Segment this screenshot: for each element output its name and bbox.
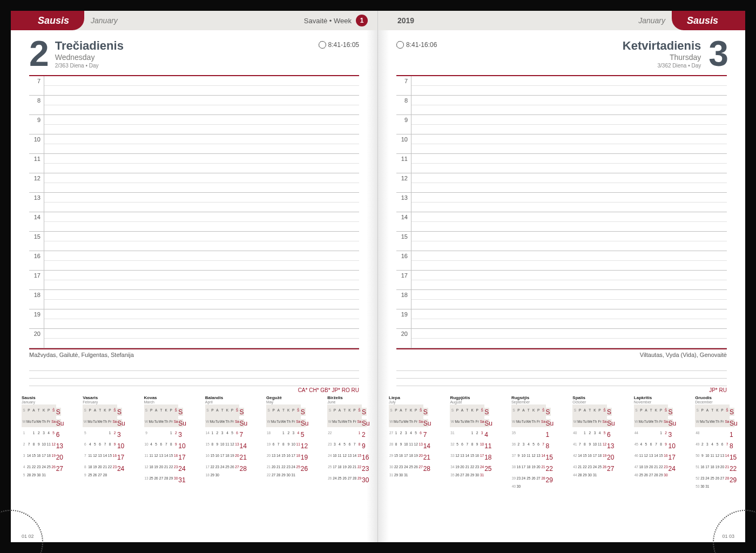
week-label: Savaitė • Week — [304, 17, 352, 25]
hour-label: 9 — [396, 115, 411, 134]
hour-label: 15 — [396, 232, 411, 251]
hour-label: 8 — [396, 96, 411, 114]
mini-calendar: KovasMarchSPATKPŠSWMoTuWeThFrSaSu9123104… — [144, 395, 184, 484]
mini-calendar: BirželisJuneSPATKPŠSWMoTuWeThFrSaSu22122… — [327, 395, 367, 484]
hour-row: 20 — [29, 329, 359, 348]
hour-row: 13 — [29, 193, 359, 212]
right-date-number: 3 — [708, 38, 727, 70]
hour-row: 8 — [29, 96, 359, 115]
hour-row: 15 — [29, 232, 359, 251]
hour-label: 8 — [29, 96, 44, 114]
hour-row: 19 — [29, 309, 359, 329]
month-en-left: January — [91, 16, 118, 25]
hour-row: 7 — [29, 76, 359, 96]
right-notes-lines — [396, 363, 727, 386]
hour-row: 16 — [396, 251, 727, 271]
hour-row: 10 — [29, 134, 359, 154]
right-mini-calendars: LiepaJulySPATKPŠSWMoTuWeThFrSaSu27123456… — [378, 395, 745, 490]
week-indicator: Savaitė • Week 1 — [304, 15, 368, 26]
year-label: 2019 — [397, 16, 414, 25]
hour-label: 10 — [29, 134, 44, 153]
hour-label: 17 — [29, 271, 44, 289]
right-day-header: 3 Ketvirtadienis Thursday 3/362 Diena • … — [378, 30, 745, 73]
right-sun-text: 8:41-16:06 — [406, 41, 437, 49]
month-tab-right: Sausis — [672, 11, 745, 30]
hour-label: 18 — [29, 290, 44, 309]
hour-row: 16 — [29, 251, 359, 271]
mini-calendar: GegužėMaySPATKPŠSWMoTuWeThFrSaSu18123451… — [266, 395, 306, 484]
mini-calendar: VasarisFebruarySPATKPŠSWMoTuWeThFrSaSu51… — [83, 395, 122, 484]
left-holiday-codes: CA* CH* GB* JP* RO RU — [11, 387, 359, 393]
right-nameday: Viltautas, Vyda (Vida), Genovaitė — [378, 349, 745, 358]
hour-label: 13 — [29, 193, 44, 212]
right-day-lt: Ketvirtadienis — [623, 39, 701, 53]
hour-row: 18 — [396, 290, 727, 309]
hour-label: 7 — [29, 76, 44, 95]
hour-row: 12 — [396, 173, 727, 193]
mini-calendar: LapkritisNovemberSPATKPŠSWMoTuWeThFrSaSu… — [634, 395, 673, 488]
hour-row: 19 — [396, 309, 727, 329]
hour-row: 14 — [396, 212, 727, 232]
hour-label: 16 — [396, 251, 411, 270]
mini-calendar: BalandisAprilSPATKPŠSWMoTuWeThFrSaSu1412… — [205, 395, 245, 484]
hour-label: 12 — [396, 173, 411, 192]
hour-row: 15 — [396, 232, 727, 251]
sun-icon — [319, 41, 326, 49]
hour-label: 12 — [29, 173, 44, 192]
right-day-en: Thursday — [623, 53, 701, 62]
hour-row: 18 — [29, 290, 359, 309]
hour-label: 13 — [396, 193, 411, 212]
hour-row: 14 — [29, 212, 359, 232]
left-day-lt: Trečiadienis — [55, 39, 124, 53]
mini-calendar: SpalisOctoberSPATKPŠSWMoTuWeThFrSaSu4012… — [572, 395, 612, 488]
right-hour-grid: 7891011121314151617181920 — [396, 75, 727, 348]
month-tab-left: Sausis — [11, 11, 84, 30]
left-mini-calendars: SausisJanuarySPATKPŠSWMoTuWeThFrSaSu1123… — [11, 395, 377, 486]
right-sun-times: 8:41-16:06 — [396, 41, 437, 49]
mini-calendar: SausisJanuarySPATKPŠSWMoTuWeThFrSaSu1123… — [22, 395, 61, 484]
hour-label: 14 — [396, 212, 411, 231]
hour-label: 20 — [396, 329, 411, 348]
hour-row: 12 — [29, 173, 359, 193]
hour-label: 7 — [396, 76, 411, 95]
hour-label: 9 — [29, 115, 44, 134]
right-banner: 2019 January Sausis — [378, 11, 745, 30]
right-holiday-codes: JP* RU — [378, 387, 727, 393]
week-number-badge: 1 — [356, 15, 368, 26]
mini-calendar: LiepaJulySPATKPŠSWMoTuWeThFrSaSu27123456… — [389, 395, 428, 488]
hour-row: 7 — [396, 76, 727, 96]
left-hour-grid: 7891011121314151617181920 — [29, 75, 359, 348]
hour-label: 11 — [29, 154, 44, 173]
hour-row: 20 — [396, 329, 727, 348]
hour-label: 20 — [29, 329, 44, 348]
left-notes-lines — [29, 363, 359, 386]
hour-label: 17 — [396, 271, 411, 289]
hour-row: 17 — [29, 271, 359, 290]
left-day-header: 2 Trečiadienis Wednesday 2/363 Diena • D… — [11, 30, 377, 73]
corner-dots-left — [0, 510, 43, 553]
left-day-meta: 2/363 Diena • Day — [55, 63, 124, 69]
left-date-number: 2 — [29, 38, 48, 70]
hour-label: 18 — [396, 290, 411, 309]
hour-row: 10 — [396, 134, 727, 154]
left-nameday: Mažvydas, Gailutė, Fulgentas, Stefanija — [11, 349, 377, 358]
hour-label: 11 — [396, 154, 411, 173]
hour-label: 15 — [29, 232, 44, 251]
hour-row: 9 — [29, 115, 359, 134]
hour-row: 17 — [396, 271, 727, 290]
hour-row: 11 — [396, 154, 727, 173]
hour-row: 9 — [396, 115, 727, 134]
month-en-right: January — [638, 16, 665, 25]
corner-dots-right — [713, 510, 756, 553]
sun-icon — [396, 41, 404, 49]
hour-row: 13 — [396, 193, 727, 212]
hour-label: 10 — [396, 134, 411, 153]
left-day-en: Wednesday — [55, 53, 124, 62]
hour-row: 8 — [396, 96, 727, 115]
hour-label: 14 — [29, 212, 44, 231]
hour-label: 19 — [396, 309, 411, 328]
mini-calendar: GruodisDecemberSPATKPŠSWMoTuWeThFrSaSu48… — [695, 395, 734, 488]
left-sun-times: 8:41-16:05 — [319, 41, 359, 49]
right-day-meta: 3/362 Diena • Day — [623, 63, 701, 69]
hour-row: 11 — [29, 154, 359, 173]
